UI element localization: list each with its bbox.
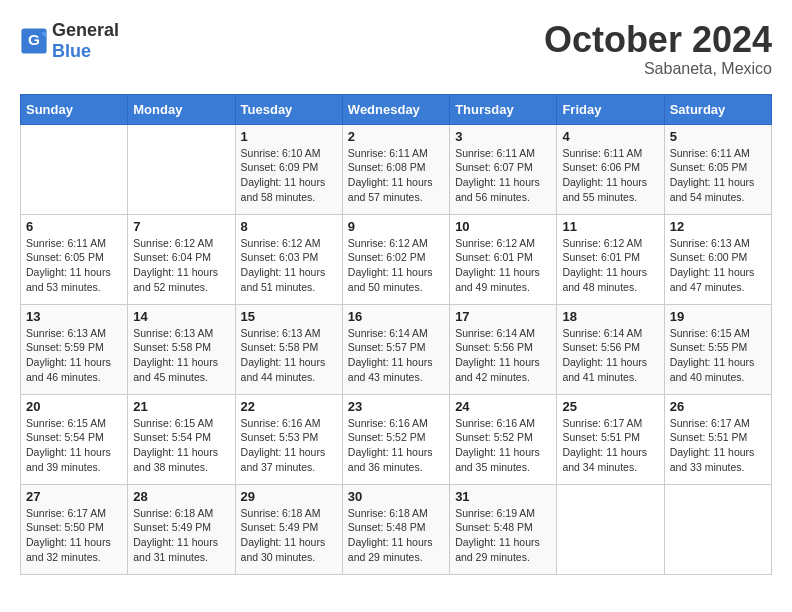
day-number: 12 (670, 219, 766, 234)
logo-general: General (52, 20, 119, 40)
day-info: Sunrise: 6:11 AMSunset: 6:07 PMDaylight:… (455, 146, 551, 205)
day-number: 11 (562, 219, 658, 234)
day-number: 9 (348, 219, 444, 234)
day-number: 20 (26, 399, 122, 414)
calendar-cell: 16Sunrise: 6:14 AMSunset: 5:57 PMDayligh… (342, 304, 449, 394)
calendar-cell: 9Sunrise: 6:12 AMSunset: 6:02 PMDaylight… (342, 214, 449, 304)
calendar-cell: 13Sunrise: 6:13 AMSunset: 5:59 PMDayligh… (21, 304, 128, 394)
day-info: Sunrise: 6:16 AMSunset: 5:53 PMDaylight:… (241, 416, 337, 475)
calendar-cell: 20Sunrise: 6:15 AMSunset: 5:54 PMDayligh… (21, 394, 128, 484)
day-number: 10 (455, 219, 551, 234)
day-number: 24 (455, 399, 551, 414)
day-info: Sunrise: 6:13 AMSunset: 6:00 PMDaylight:… (670, 236, 766, 295)
day-number: 28 (133, 489, 229, 504)
svg-text:G: G (28, 31, 40, 48)
calendar-cell: 15Sunrise: 6:13 AMSunset: 5:58 PMDayligh… (235, 304, 342, 394)
day-number: 14 (133, 309, 229, 324)
day-info: Sunrise: 6:12 AMSunset: 6:01 PMDaylight:… (562, 236, 658, 295)
calendar-cell: 26Sunrise: 6:17 AMSunset: 5:51 PMDayligh… (664, 394, 771, 484)
day-info: Sunrise: 6:16 AMSunset: 5:52 PMDaylight:… (348, 416, 444, 475)
calendar-cell (557, 484, 664, 574)
logo-blue: Blue (52, 41, 91, 61)
week-row-3: 13Sunrise: 6:13 AMSunset: 5:59 PMDayligh… (21, 304, 772, 394)
calendar-cell: 3Sunrise: 6:11 AMSunset: 6:07 PMDaylight… (450, 124, 557, 214)
calendar-cell: 4Sunrise: 6:11 AMSunset: 6:06 PMDaylight… (557, 124, 664, 214)
title-block: October 2024 Sabaneta, Mexico (544, 20, 772, 78)
day-number: 5 (670, 129, 766, 144)
day-number: 29 (241, 489, 337, 504)
calendar-cell: 7Sunrise: 6:12 AMSunset: 6:04 PMDaylight… (128, 214, 235, 304)
day-info: Sunrise: 6:18 AMSunset: 5:49 PMDaylight:… (133, 506, 229, 565)
day-info: Sunrise: 6:11 AMSunset: 6:06 PMDaylight:… (562, 146, 658, 205)
day-number: 2 (348, 129, 444, 144)
day-info: Sunrise: 6:16 AMSunset: 5:52 PMDaylight:… (455, 416, 551, 475)
day-number: 25 (562, 399, 658, 414)
month-year: October 2024 (544, 20, 772, 60)
day-info: Sunrise: 6:13 AMSunset: 5:59 PMDaylight:… (26, 326, 122, 385)
calendar-cell: 18Sunrise: 6:14 AMSunset: 5:56 PMDayligh… (557, 304, 664, 394)
calendar-cell: 31Sunrise: 6:19 AMSunset: 5:48 PMDayligh… (450, 484, 557, 574)
calendar-cell: 28Sunrise: 6:18 AMSunset: 5:49 PMDayligh… (128, 484, 235, 574)
day-info: Sunrise: 6:17 AMSunset: 5:50 PMDaylight:… (26, 506, 122, 565)
week-row-1: 1Sunrise: 6:10 AMSunset: 6:09 PMDaylight… (21, 124, 772, 214)
day-number: 6 (26, 219, 122, 234)
calendar-cell: 12Sunrise: 6:13 AMSunset: 6:00 PMDayligh… (664, 214, 771, 304)
day-info: Sunrise: 6:15 AMSunset: 5:55 PMDaylight:… (670, 326, 766, 385)
day-number: 7 (133, 219, 229, 234)
calendar-cell: 23Sunrise: 6:16 AMSunset: 5:52 PMDayligh… (342, 394, 449, 484)
day-number: 16 (348, 309, 444, 324)
week-row-4: 20Sunrise: 6:15 AMSunset: 5:54 PMDayligh… (21, 394, 772, 484)
day-number: 22 (241, 399, 337, 414)
calendar-cell: 14Sunrise: 6:13 AMSunset: 5:58 PMDayligh… (128, 304, 235, 394)
day-info: Sunrise: 6:12 AMSunset: 6:01 PMDaylight:… (455, 236, 551, 295)
calendar-cell: 1Sunrise: 6:10 AMSunset: 6:09 PMDaylight… (235, 124, 342, 214)
calendar-cell: 5Sunrise: 6:11 AMSunset: 6:05 PMDaylight… (664, 124, 771, 214)
calendar-cell: 19Sunrise: 6:15 AMSunset: 5:55 PMDayligh… (664, 304, 771, 394)
day-info: Sunrise: 6:15 AMSunset: 5:54 PMDaylight:… (133, 416, 229, 475)
day-number: 19 (670, 309, 766, 324)
day-number: 23 (348, 399, 444, 414)
logo-text: General Blue (52, 20, 119, 62)
day-number: 30 (348, 489, 444, 504)
day-info: Sunrise: 6:18 AMSunset: 5:48 PMDaylight:… (348, 506, 444, 565)
calendar-cell (128, 124, 235, 214)
calendar-cell: 29Sunrise: 6:18 AMSunset: 5:49 PMDayligh… (235, 484, 342, 574)
calendar-cell: 30Sunrise: 6:18 AMSunset: 5:48 PMDayligh… (342, 484, 449, 574)
day-info: Sunrise: 6:15 AMSunset: 5:54 PMDaylight:… (26, 416, 122, 475)
calendar-cell: 27Sunrise: 6:17 AMSunset: 5:50 PMDayligh… (21, 484, 128, 574)
day-info: Sunrise: 6:12 AMSunset: 6:03 PMDaylight:… (241, 236, 337, 295)
logo-icon: G (20, 27, 48, 55)
page-header: G General Blue October 2024 Sabaneta, Me… (20, 20, 772, 78)
calendar-cell: 17Sunrise: 6:14 AMSunset: 5:56 PMDayligh… (450, 304, 557, 394)
day-info: Sunrise: 6:12 AMSunset: 6:04 PMDaylight:… (133, 236, 229, 295)
day-info: Sunrise: 6:11 AMSunset: 6:05 PMDaylight:… (26, 236, 122, 295)
weekday-header-wednesday: Wednesday (342, 94, 449, 124)
day-number: 3 (455, 129, 551, 144)
calendar-cell: 6Sunrise: 6:11 AMSunset: 6:05 PMDaylight… (21, 214, 128, 304)
calendar-cell: 21Sunrise: 6:15 AMSunset: 5:54 PMDayligh… (128, 394, 235, 484)
weekday-header-saturday: Saturday (664, 94, 771, 124)
day-number: 27 (26, 489, 122, 504)
calendar-cell (664, 484, 771, 574)
calendar-cell: 2Sunrise: 6:11 AMSunset: 6:08 PMDaylight… (342, 124, 449, 214)
day-info: Sunrise: 6:12 AMSunset: 6:02 PMDaylight:… (348, 236, 444, 295)
day-number: 15 (241, 309, 337, 324)
weekday-header-sunday: Sunday (21, 94, 128, 124)
day-number: 31 (455, 489, 551, 504)
day-info: Sunrise: 6:14 AMSunset: 5:56 PMDaylight:… (562, 326, 658, 385)
weekday-header-thursday: Thursday (450, 94, 557, 124)
day-number: 8 (241, 219, 337, 234)
calendar-cell: 24Sunrise: 6:16 AMSunset: 5:52 PMDayligh… (450, 394, 557, 484)
weekday-header-monday: Monday (128, 94, 235, 124)
day-info: Sunrise: 6:11 AMSunset: 6:05 PMDaylight:… (670, 146, 766, 205)
location: Sabaneta, Mexico (544, 60, 772, 78)
calendar-cell: 11Sunrise: 6:12 AMSunset: 6:01 PMDayligh… (557, 214, 664, 304)
day-info: Sunrise: 6:17 AMSunset: 5:51 PMDaylight:… (670, 416, 766, 475)
calendar-table: SundayMondayTuesdayWednesdayThursdayFrid… (20, 94, 772, 575)
day-info: Sunrise: 6:19 AMSunset: 5:48 PMDaylight:… (455, 506, 551, 565)
day-info: Sunrise: 6:11 AMSunset: 6:08 PMDaylight:… (348, 146, 444, 205)
day-info: Sunrise: 6:13 AMSunset: 5:58 PMDaylight:… (241, 326, 337, 385)
weekday-header-row: SundayMondayTuesdayWednesdayThursdayFrid… (21, 94, 772, 124)
day-number: 18 (562, 309, 658, 324)
day-number: 17 (455, 309, 551, 324)
